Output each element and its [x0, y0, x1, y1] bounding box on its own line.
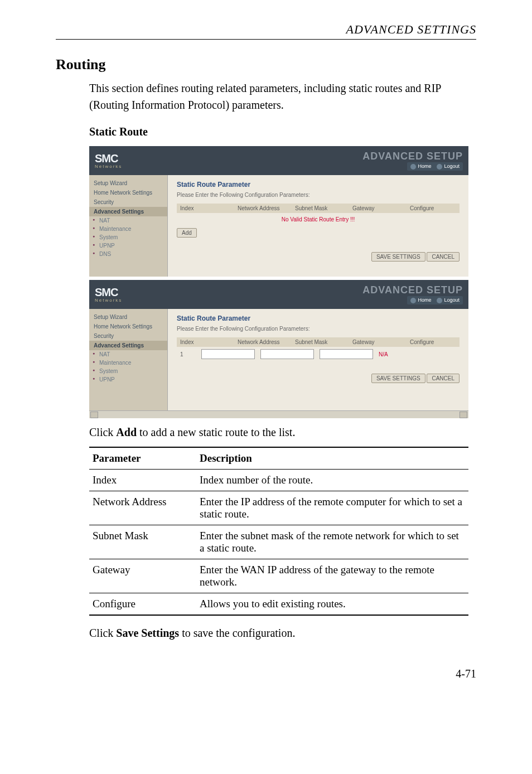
param-name: Gateway — [89, 559, 196, 593]
param-desc: Allows you to edit existing routes. — [196, 593, 468, 616]
sidebar-item-home-network[interactable]: Home Network Settings — [89, 188, 167, 197]
sidebar-item-advanced[interactable]: Advanced Settings — [89, 341, 167, 350]
param-name: Index — [89, 470, 196, 491]
section-subtitle: Static Route — [89, 125, 476, 138]
button-row: SAVE SETTINGS CANCEL — [168, 246, 468, 266]
sidebar-item-setup-wizard[interactable]: Setup Wizard — [89, 312, 167, 322]
parameter-table: Parameter Description Index Index number… — [89, 447, 468, 616]
banner: SMC Networks ADVANCED SETUP Home Logout — [89, 280, 468, 309]
sidebar-item-security[interactable]: Security — [89, 197, 167, 207]
caption-save-bold: Save Settings — [116, 627, 179, 639]
table-row: 1 N/A — [177, 347, 460, 361]
logo: SMC — [95, 286, 118, 299]
screenshot-static-route-edit: SMC Networks ADVANCED SETUP Home Logout … — [89, 280, 468, 418]
home-link[interactable]: Home — [410, 163, 431, 170]
panel-subtitle: Please Enter the Following Configuration… — [177, 326, 460, 332]
screenshot-static-route-empty: SMC Networks ADVANCED SETUP Home Logout … — [89, 146, 468, 277]
param-hdr-parameter: Parameter — [89, 447, 196, 470]
col-index: Index — [180, 205, 226, 211]
table-header: Index Network Address Subnet Mask Gatewa… — [177, 204, 460, 213]
page-header: ADVANCED SETTINGS — [56, 22, 476, 40]
save-settings-button[interactable]: SAVE SETTINGS — [371, 374, 425, 383]
param-desc: Enter the WAN IP address of the gateway … — [196, 559, 468, 593]
sidebar-subitem-system[interactable]: System — [89, 367, 167, 375]
horizontal-scrollbar[interactable] — [89, 410, 468, 418]
sidebar-subitem-maintenance[interactable]: Maintenance — [89, 225, 167, 233]
sidebar: Setup Wizard Home Network Settings Secur… — [89, 175, 168, 277]
sidebar-subitem-dns[interactable]: DNS — [89, 250, 167, 258]
col-configure: Configure — [410, 339, 456, 345]
caption-save: Click Save Settings to save the configur… — [89, 627, 476, 640]
banner-title: ADVANCED SETUP — [362, 151, 463, 162]
row-configure: N/A — [379, 351, 388, 357]
logo-block: SMC Networks — [95, 152, 122, 169]
content-panel: Static Route Parameter Please Enter the … — [168, 309, 468, 410]
logo-block: SMC Networks — [95, 286, 122, 303]
table-row: Subnet Mask Enter the subnet mask of the… — [89, 525, 468, 559]
sidebar-item-setup-wizard[interactable]: Setup Wizard — [89, 178, 167, 188]
panel-title: Static Route Parameter — [177, 181, 460, 188]
banner-title: ADVANCED SETUP — [362, 284, 463, 296]
sidebar-subitem-upnp[interactable]: UPNP — [89, 375, 167, 384]
param-name: Subnet Mask — [89, 525, 196, 559]
param-name: Network Address — [89, 491, 196, 525]
sidebar: Setup Wizard Home Network Settings Secur… — [89, 309, 168, 410]
logo: SMC — [95, 152, 118, 165]
param-name: Configure — [89, 593, 196, 616]
param-desc: Index number of the route. — [196, 470, 468, 491]
row-index: 1 — [180, 351, 196, 357]
sidebar-subitem-upnp[interactable]: UPNP — [89, 241, 167, 250]
col-network-address: Network Address — [238, 339, 284, 345]
table-row: Gateway Enter the WAN IP address of the … — [89, 559, 468, 593]
button-row: SAVE SETTINGS CANCEL — [168, 368, 468, 388]
col-configure: Configure — [410, 205, 456, 211]
sidebar-subitem-nat[interactable]: NAT — [89, 216, 167, 225]
col-gateway: Gateway — [352, 205, 399, 211]
col-subnet-mask: Subnet Mask — [295, 339, 341, 345]
scroll-right-arrow-icon[interactable] — [460, 412, 467, 418]
logout-link[interactable]: Logout — [437, 297, 460, 303]
param-hdr-description: Description — [196, 447, 468, 470]
sidebar-item-advanced[interactable]: Advanced Settings — [89, 207, 167, 216]
caption-add-bold: Add — [116, 426, 137, 438]
table-row: Configure Allows you to edit existing ro… — [89, 593, 468, 616]
col-subnet-mask: Subnet Mask — [295, 205, 341, 211]
gateway-input[interactable] — [320, 349, 373, 359]
sidebar-subitem-nat[interactable]: NAT — [89, 350, 167, 359]
no-entry-message: No Valid Static Route Entry !!! — [177, 213, 460, 226]
banner-right: ADVANCED SETUP Home Logout — [362, 284, 463, 304]
logo-sub: Networks — [95, 164, 122, 169]
panel-subtitle: Please Enter the Following Configuration… — [177, 192, 460, 198]
table-row: Index Index number of the route. — [89, 470, 468, 491]
col-index: Index — [180, 339, 226, 345]
param-desc: Enter the subnet mask of the remote netw… — [196, 525, 468, 559]
table-header: Index Network Address Subnet Mask Gatewa… — [177, 337, 460, 347]
section-title: Routing — [56, 56, 476, 73]
banner-right: ADVANCED SETUP Home Logout — [362, 151, 463, 171]
scroll-left-arrow-icon[interactable] — [90, 412, 98, 418]
add-button[interactable]: Add — [177, 228, 197, 238]
cancel-button[interactable]: CANCEL — [427, 374, 460, 383]
param-desc: Enter the IP address of the remote compu… — [196, 491, 468, 525]
sidebar-item-security[interactable]: Security — [89, 331, 167, 341]
col-gateway: Gateway — [352, 339, 399, 345]
col-network-address: Network Address — [238, 205, 284, 211]
network-address-input[interactable] — [201, 349, 255, 359]
content-panel: Static Route Parameter Please Enter the … — [168, 175, 468, 277]
section-intro: This section defines routing related par… — [89, 80, 476, 113]
banner: SMC Networks ADVANCED SETUP Home Logout — [89, 146, 468, 175]
logo-sub: Networks — [95, 298, 122, 303]
logout-link[interactable]: Logout — [437, 163, 460, 170]
home-link[interactable]: Home — [410, 297, 431, 303]
caption-add: Click Add to add a new static route to t… — [89, 426, 476, 439]
subnet-mask-input[interactable] — [260, 349, 314, 359]
table-row: Network Address Enter the IP address of … — [89, 491, 468, 525]
page-number: 4-71 — [56, 667, 476, 680]
sidebar-subitem-system[interactable]: System — [89, 233, 167, 241]
header-title: ADVANCED SETTINGS — [56, 22, 476, 40]
panel-title: Static Route Parameter — [177, 315, 460, 322]
save-settings-button[interactable]: SAVE SETTINGS — [371, 252, 425, 262]
sidebar-subitem-maintenance[interactable]: Maintenance — [89, 359, 167, 367]
cancel-button[interactable]: CANCEL — [427, 252, 460, 262]
sidebar-item-home-network[interactable]: Home Network Settings — [89, 322, 167, 331]
